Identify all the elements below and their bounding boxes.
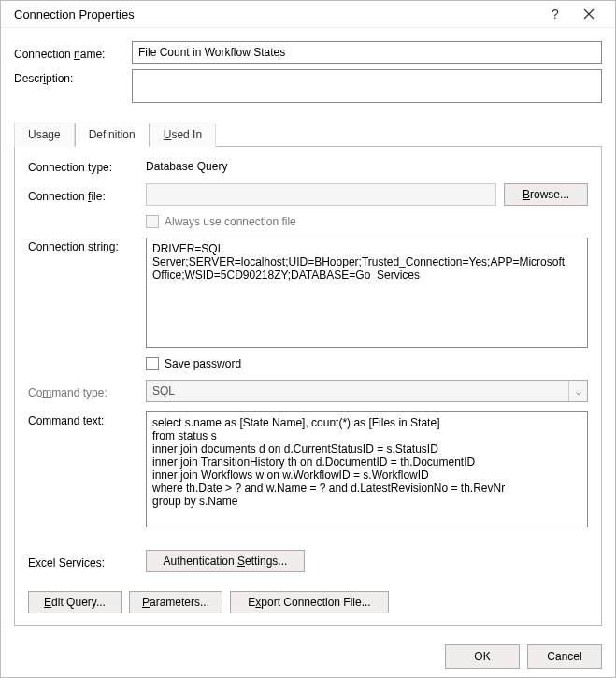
- connection-file-label: Connection file:: [28, 187, 146, 203]
- connection-name-input[interactable]: [132, 41, 602, 64]
- dialog-title: Connection Properties: [14, 7, 538, 22]
- close-icon: [583, 8, 595, 20]
- command-text-label: Command text:: [28, 411, 146, 427]
- save-password-label: Save password: [165, 357, 241, 370]
- tab-definition[interactable]: Definition: [75, 123, 150, 147]
- connection-properties-dialog: Connection Properties ? Connection name:…: [0, 0, 616, 678]
- excel-services-label: Excel Services:: [28, 554, 146, 570]
- command-type-label: Command type:: [28, 383, 146, 399]
- connection-type-value: Database Query: [146, 160, 227, 173]
- always-use-label: Always use connection file: [165, 215, 296, 228]
- connection-string-input[interactable]: [146, 238, 588, 348]
- definition-panel: Connection type: Database Query Connecti…: [14, 146, 602, 626]
- tab-bar: Usage Definition Used In: [14, 122, 602, 146]
- always-use-checkbox: [146, 215, 159, 228]
- command-text-input[interactable]: [146, 411, 588, 527]
- browse-button[interactable]: Browse...: [504, 183, 588, 206]
- description-label: Description:: [14, 69, 132, 85]
- ok-button[interactable]: OK: [445, 644, 520, 669]
- save-password-checkbox[interactable]: [146, 357, 159, 370]
- parameters-button[interactable]: Parameters...: [129, 591, 222, 613]
- titlebar: Connection Properties ?: [1, 1, 615, 28]
- dialog-footer: OK Cancel: [1, 635, 615, 678]
- close-button[interactable]: [572, 1, 606, 27]
- edit-query-button[interactable]: Edit Query...: [28, 591, 122, 613]
- export-connection-file-button[interactable]: Export Connection File...: [230, 591, 389, 613]
- command-type-select: SQL ⌵: [146, 380, 588, 402]
- authentication-settings-button[interactable]: Authentication Settings...: [146, 550, 305, 572]
- chevron-down-icon: ⌵: [568, 381, 587, 401]
- connection-type-label: Connection type:: [28, 158, 146, 174]
- cancel-button[interactable]: Cancel: [527, 644, 602, 669]
- help-button[interactable]: ?: [538, 1, 572, 27]
- connection-file-input: [146, 183, 496, 206]
- tab-usage[interactable]: Usage: [14, 123, 75, 147]
- connection-name-label: Connection name:: [14, 45, 132, 61]
- description-input[interactable]: [132, 69, 602, 103]
- tab-used-in[interactable]: Used In: [150, 123, 216, 147]
- connection-string-label: Connection string:: [28, 238, 146, 253]
